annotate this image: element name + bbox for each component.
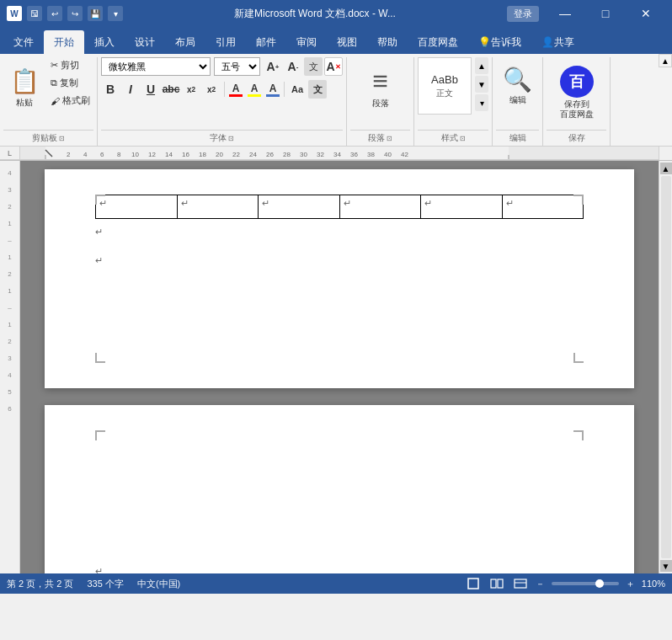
- ruler-corner[interactable]: L: [0, 147, 20, 160]
- autosave-btn[interactable]: 💾: [88, 6, 103, 21]
- close-button[interactable]: ✕: [627, 0, 665, 27]
- tab-mailing[interactable]: 邮件: [246, 30, 286, 54]
- paste-label: 粘贴: [16, 97, 33, 109]
- search-icon: 🔍: [503, 66, 532, 93]
- increase-font-button[interactable]: A+: [264, 57, 282, 76]
- print-layout-icon: [467, 577, 480, 590]
- baidu-label: 保存: [547, 130, 606, 146]
- reading-mode-button[interactable]: [488, 575, 505, 592]
- text-effect-icon[interactable]: 文: [304, 57, 323, 76]
- style-more-button[interactable]: ▾: [475, 94, 488, 111]
- tab-help[interactable]: 帮助: [367, 30, 408, 54]
- web-layout-button[interactable]: [512, 575, 529, 592]
- web-layout-icon: [514, 577, 527, 590]
- paragraph-expand-icon[interactable]: ⊡: [387, 135, 392, 142]
- table-cell-5[interactable]: ↵: [421, 195, 503, 219]
- page-1: ↵ ↵ ↵ ↵ ↵ ↵ ↵ ↵: [45, 169, 634, 388]
- change-case-button[interactable]: Aa: [288, 80, 307, 99]
- svg-text:18: 18: [199, 151, 206, 158]
- zoom-out-button[interactable]: －: [536, 578, 545, 590]
- baidu-save-button[interactable]: 百 保存到百度网盘: [555, 62, 599, 123]
- font-group: 微软雅黑 五号 A+ A- 文 A✕ B I U abc x2 x2: [98, 57, 347, 146]
- italic-button[interactable]: I: [121, 80, 140, 99]
- print-layout-button[interactable]: [465, 575, 482, 592]
- table-row: ↵ ↵ ↵ ↵ ↵ ↵: [96, 195, 584, 219]
- clipboard-expand-icon[interactable]: ⊡: [59, 135, 65, 142]
- tab-design[interactable]: 设计: [125, 30, 165, 54]
- redo-btn[interactable]: ↪: [67, 6, 83, 21]
- svg-text:14: 14: [165, 151, 173, 158]
- table-cell-1[interactable]: ↵: [96, 195, 178, 219]
- format-painter-button[interactable]: 🖌 格式刷: [47, 93, 93, 109]
- style-up-button[interactable]: ▲: [475, 57, 488, 74]
- document-table: ↵ ↵ ↵ ↵ ↵ ↵: [95, 195, 584, 219]
- save-quick-btn[interactable]: 🖫: [27, 6, 42, 21]
- superscript-button[interactable]: x2: [202, 80, 221, 99]
- tab-home[interactable]: 开始: [44, 30, 84, 54]
- page-margin-tl: [95, 195, 105, 205]
- style-down-button[interactable]: ▼: [475, 76, 488, 93]
- scroll-thumb[interactable]: [661, 176, 671, 558]
- tab-file[interactable]: 文件: [3, 30, 44, 54]
- underline-button[interactable]: U: [141, 80, 160, 99]
- style-preview[interactable]: AaBb 正文: [418, 57, 472, 115]
- table-cell-2[interactable]: ↵: [177, 195, 259, 219]
- tab-baidu[interactable]: 百度网盘: [408, 30, 468, 54]
- strikethrough-button[interactable]: abc: [162, 80, 180, 99]
- tab-layout[interactable]: 布局: [165, 30, 205, 54]
- scroll-down-button[interactable]: ▼: [660, 560, 672, 572]
- font-color-button[interactable]: A: [228, 82, 243, 98]
- paragraph-group: ≡ 段落 段落 ⊡: [347, 57, 414, 146]
- tab-references[interactable]: 引用: [205, 30, 246, 54]
- decrease-font-button[interactable]: A-: [284, 57, 302, 76]
- editing-content: 🔍 编辑: [496, 57, 539, 128]
- svg-rect-25: [468, 579, 478, 589]
- svg-text:10: 10: [131, 151, 139, 158]
- tab-insert[interactable]: 插入: [84, 30, 125, 54]
- word-count: 335 个字: [87, 578, 123, 590]
- clear-format-button[interactable]: A✕: [324, 57, 343, 76]
- font-name-select[interactable]: 微软雅黑: [101, 57, 211, 76]
- document-scroll-area[interactable]: ↵ ↵ ↵ ↵ ↵ ↵ ↵ ↵ ↵: [20, 161, 659, 573]
- copy-button[interactable]: ⧉ 复制: [47, 75, 93, 91]
- tab-share[interactable]: 👤 共享: [531, 30, 584, 54]
- cut-button[interactable]: ✂ 剪切: [47, 57, 93, 73]
- reading-mode-icon: [490, 577, 504, 590]
- scroll-up-button[interactable]: ▲: [660, 163, 672, 174]
- more-quick-btn[interactable]: ▾: [108, 6, 123, 21]
- vertical-scrollbar[interactable]: ▲ ▼: [659, 161, 672, 573]
- tab-review[interactable]: 审阅: [286, 30, 327, 54]
- styles-expand-icon[interactable]: ⊡: [460, 135, 466, 142]
- editing-button[interactable]: 🔍 编辑: [498, 62, 537, 123]
- highlight-color-button[interactable]: A: [247, 82, 262, 98]
- zoom-thumb[interactable]: [595, 579, 604, 588]
- zoom-in-button[interactable]: ＋: [626, 578, 635, 590]
- status-right: － ＋ 110%: [465, 575, 665, 592]
- paragraph-icon: ≡: [372, 66, 388, 97]
- svg-text:26: 26: [266, 151, 274, 158]
- phonetic-button[interactable]: 文: [308, 80, 327, 99]
- table-cell-3[interactable]: ↵: [259, 195, 340, 219]
- table-cell-4[interactable]: ↵: [339, 195, 421, 219]
- style-preview-name: 正文: [436, 88, 453, 99]
- maximize-button[interactable]: □: [586, 0, 625, 27]
- login-button[interactable]: 登录: [507, 6, 539, 22]
- ribbon-collapse-button[interactable]: ▲: [659, 54, 672, 67]
- clipboard-label: 剪贴板 ⊡: [3, 130, 93, 146]
- font-expand-icon[interactable]: ⊡: [228, 135, 234, 142]
- table-cell-6[interactable]: ↵: [502, 195, 584, 219]
- zoom-slider[interactable]: [552, 582, 619, 585]
- svg-text:16: 16: [182, 151, 189, 158]
- editing-group: 🔍 编辑 编辑: [493, 57, 543, 146]
- text-color-button[interactable]: A: [265, 82, 280, 98]
- tab-view[interactable]: 视图: [327, 30, 367, 54]
- undo-btn[interactable]: ↩: [47, 6, 62, 21]
- font-size-select[interactable]: 五号: [214, 57, 260, 76]
- minimize-button[interactable]: —: [546, 0, 584, 27]
- paste-button[interactable]: 📋 粘贴: [3, 57, 45, 118]
- tab-tell-me[interactable]: 💡 告诉我: [468, 30, 531, 54]
- paragraph-button[interactable]: ≡ 段落: [364, 62, 397, 123]
- language: 中文(中国): [137, 578, 180, 590]
- bold-button[interactable]: B: [101, 80, 120, 99]
- subscript-button[interactable]: x2: [182, 80, 200, 99]
